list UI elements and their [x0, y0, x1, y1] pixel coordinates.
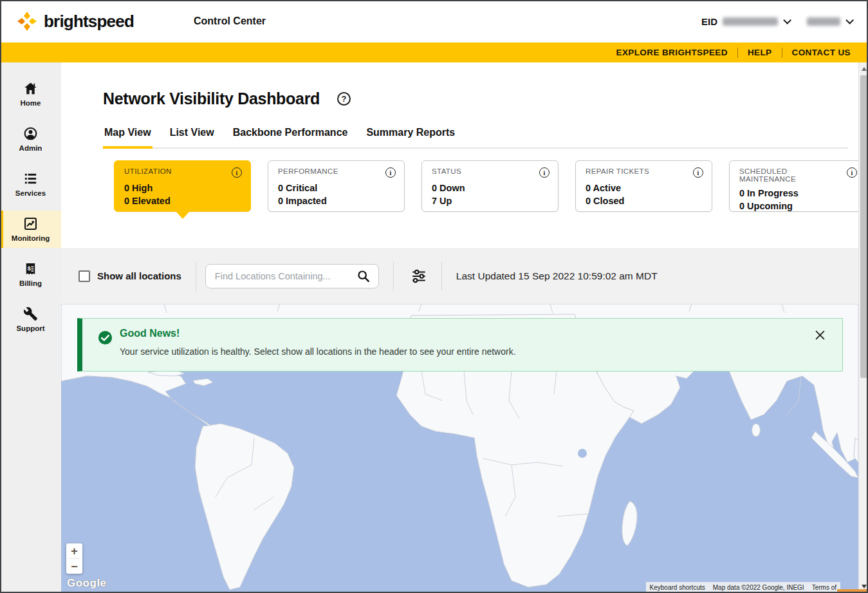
sidebar-item-billing[interactable]: $ Billing	[0, 252, 61, 297]
card-value-line: 0 Down	[432, 182, 549, 194]
tune-filter-icon	[411, 268, 427, 285]
contact-us-link[interactable]: CONTACT US	[792, 48, 851, 57]
card-label: SCHEDULED MAINTENANCE	[739, 167, 844, 183]
show-all-locations-label: Show all locations	[97, 270, 181, 281]
divider	[196, 261, 196, 291]
filter-settings-button[interactable]	[411, 268, 427, 285]
chevron-down-icon	[845, 16, 854, 24]
account-area: EID	[701, 16, 851, 27]
card-label: REPAIR TICKETS	[586, 167, 649, 175]
banner-title: Good News!	[120, 328, 180, 339]
sidebar-item-support[interactable]: Support	[0, 297, 61, 342]
banner-close-button[interactable]	[813, 328, 827, 342]
map-toolbar: Show all locations	[61, 248, 858, 304]
eid-label: EID	[701, 16, 717, 27]
main-content: Network Visibility Dashboard ? Map View …	[61, 62, 858, 593]
map-container: Good News! Your service utilization is h…	[61, 304, 858, 593]
home-icon	[23, 81, 38, 96]
search-icon	[356, 269, 371, 283]
sidebar-item-monitoring[interactable]: Monitoring	[0, 211, 61, 248]
divider	[393, 261, 394, 291]
banner-message: Your service utilization is healthy. Sel…	[120, 346, 516, 357]
zoom-in-button[interactable]: +	[66, 543, 82, 558]
user-dropdown[interactable]	[807, 17, 851, 26]
utility-nav: EXPLORE BRIGHTSPEED HELP CONTACT US	[0, 42, 868, 62]
help-icon[interactable]: ?	[337, 92, 351, 106]
info-icon[interactable]: i	[539, 167, 549, 178]
location-search-input[interactable]	[215, 271, 355, 281]
card-value-line: 0 In Progress	[739, 187, 857, 200]
location-search	[205, 264, 379, 288]
admin-icon	[23, 126, 38, 141]
card-value-line: 0 Elevated	[124, 194, 242, 207]
last-updated-text: Last Updated 15 Sep 2022 10:59:02 am MDT	[456, 270, 658, 282]
card-label: PERFORMANCE	[278, 167, 338, 175]
support-icon	[23, 306, 38, 321]
control-center-app: brightspeed Control Center EID EXPLORE B…	[0, 0, 868, 593]
sidebar-item-label: Support	[16, 325, 44, 332]
dashboard-header-area: Network Visibility Dashboard ? Map View …	[61, 62, 858, 248]
card-value-line: 0 Closed	[586, 194, 703, 207]
page-title: Network Visibility Dashboard	[103, 89, 320, 108]
sidebar-item-admin[interactable]: Admin	[0, 117, 61, 162]
tab-map-view[interactable]: Map View	[103, 127, 152, 149]
map-attribution: Keyboard shortcuts Map data ©2022 Google…	[646, 582, 840, 593]
google-logo[interactable]: Google	[67, 577, 107, 590]
sidebar-item-home[interactable]: Home	[0, 71, 61, 117]
card-value-line: 0 High	[124, 182, 242, 194]
divider	[441, 261, 442, 291]
card-utilization[interactable]: UTILIZATION i 0 High 0 Elevated	[114, 160, 251, 212]
sidebar-item-label: Home	[21, 99, 41, 107]
svg-text:$: $	[28, 265, 31, 272]
card-value-line: 0 Impacted	[278, 194, 396, 207]
arrow-up-icon	[862, 67, 867, 71]
sidebar-item-label: Services	[15, 189, 46, 197]
info-icon[interactable]: i	[847, 167, 857, 178]
show-all-locations-toggle[interactable]: Show all locations	[78, 270, 181, 282]
card-label: UTILIZATION	[124, 167, 172, 175]
show-all-locations-checkbox[interactable]	[78, 270, 90, 282]
card-scheduled-maintenance[interactable]: SCHEDULED MAINTENANCE i 0 In Progress 0 …	[729, 160, 866, 212]
tab-summary-reports[interactable]: Summary Reports	[365, 127, 456, 149]
scroll-up-arrow[interactable]	[859, 64, 868, 74]
info-icon[interactable]: i	[232, 167, 242, 178]
card-value-line: 0 Upcoming	[739, 200, 857, 212]
info-icon[interactable]: i	[385, 167, 396, 178]
tab-backbone-performance[interactable]: Backbone Performance	[232, 127, 349, 149]
brightspeed-logo[interactable]: brightspeed	[17, 11, 134, 32]
brightspeed-logo-icon	[17, 11, 37, 32]
sidebar-item-label: Admin	[19, 144, 42, 152]
card-value-line: 0 Critical	[278, 182, 396, 194]
terms-link[interactable]: Terms of	[808, 582, 840, 593]
explore-brightspeed-link[interactable]: EXPLORE BRIGHTSPEED	[616, 48, 728, 57]
billing-icon: $	[23, 261, 38, 276]
card-status[interactable]: STATUS i 0 Down 7 Up	[421, 160, 559, 212]
divider	[737, 48, 738, 58]
card-label: STATUS	[432, 167, 461, 175]
search-button[interactable]	[355, 268, 372, 285]
eid-value-redacted	[723, 17, 778, 26]
services-icon	[23, 171, 38, 186]
map-data-text: Map data ©2022 Google, INEGI	[709, 582, 808, 593]
summary-cards: UTILIZATION i 0 High 0 Elevated PERFORMA…	[114, 160, 866, 212]
keyboard-shortcuts-link[interactable]: Keyboard shortcuts	[646, 582, 709, 593]
help-link[interactable]: HELP	[748, 48, 772, 57]
sidebar-item-label: Billing	[19, 279, 42, 287]
zoom-out-button[interactable]: −	[66, 559, 82, 574]
card-repair-tickets[interactable]: REPAIR TICKETS i 0 Active 0 Closed	[575, 160, 712, 212]
good-news-banner: Good News! Your service utilization is h…	[77, 318, 843, 372]
scrollbar-thumb[interactable]	[860, 75, 867, 378]
view-tabs: Map View List View Backbone Performance …	[103, 127, 848, 149]
arrow-down-icon	[862, 585, 867, 588]
sidebar-item-label: Monitoring	[12, 234, 50, 242]
vertical-scrollbar[interactable]	[858, 62, 868, 593]
info-icon[interactable]: i	[693, 167, 703, 178]
selected-card-pointer	[175, 211, 190, 219]
tab-list-view[interactable]: List View	[169, 127, 216, 149]
logo-wordmark: brightspeed	[44, 12, 134, 32]
sidebar-item-services[interactable]: Services	[0, 162, 61, 207]
eid-dropdown[interactable]: EID	[701, 16, 789, 27]
username-redacted	[807, 17, 840, 26]
horizontal-scrollbar-thumb[interactable]	[837, 589, 868, 592]
card-performance[interactable]: PERFORMANCE i 0 Critical 0 Impacted	[268, 160, 405, 212]
